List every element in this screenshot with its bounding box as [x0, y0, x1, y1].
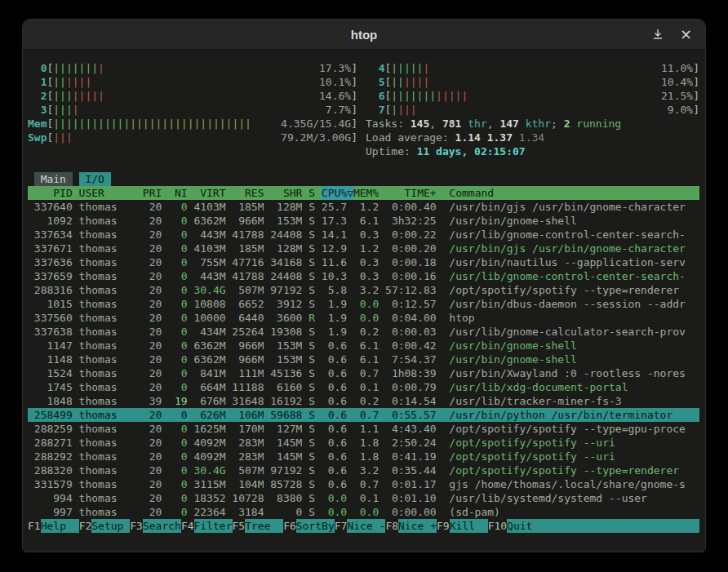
cell-pri: 20 — [143, 477, 162, 491]
process-row[interactable]: 337671thomas2004103M185M128MS12.91.20:00… — [28, 242, 699, 255]
cell-res: 111M — [232, 366, 264, 380]
meter-value: 10.4% — [661, 75, 693, 89]
cell-cpu: 0.6 — [322, 422, 347, 436]
meter-bracket-close: ] — [693, 103, 699, 117]
cell-pid: 288320 — [28, 463, 73, 477]
meter-bracket-close: ] — [351, 117, 357, 131]
cell-mem: 1.2 — [353, 242, 379, 255]
cell-res: 25264 — [232, 325, 264, 339]
cell-mem: 6.1 — [353, 339, 379, 353]
process-row[interactable]: 288292thomas2004092M283M145MS0.61.80:41.… — [28, 450, 699, 463]
cell-time: 0:55.57 — [385, 408, 437, 422]
meter-bar-area: ||||||10.1% — [53, 75, 351, 89]
cell-cmd: /usr/lib/systemd/systemd --user — [449, 491, 699, 505]
close-icon[interactable]: × — [680, 27, 692, 42]
fnkey-f10[interactable]: F10Quit — [488, 519, 545, 533]
cell-shr: 6160 — [270, 380, 302, 394]
column-header-cmd[interactable]: Command — [449, 186, 699, 200]
process-row[interactable]: 258499thomas200626M106M59688S0.60.70:55.… — [28, 408, 699, 422]
cell-user: thomas — [79, 408, 136, 422]
cell-virt: 10000 — [193, 311, 225, 325]
fnkey-label: Kill — [450, 519, 488, 533]
function-key-bar: F1Help F2Setup F3SearchF4FilterF5Tree F6… — [28, 519, 699, 533]
process-row[interactable]: 1147thomas2006362M966M153MS0.66.10:00.42… — [28, 339, 699, 353]
fnkey-f4[interactable]: F4Filter — [181, 519, 233, 533]
process-row[interactable]: 337640thomas2004103M185M128MS25.71.20:00… — [28, 200, 699, 214]
process-row[interactable]: 337560thomas2001000064403600R1.90.00:04.… — [28, 311, 699, 325]
window-title: htop — [351, 28, 377, 42]
fnkey-f6[interactable]: F6SortBy — [283, 519, 335, 533]
process-row[interactable]: 288259thomas2001625M170M127MS0.61.14:43.… — [28, 422, 699, 436]
cell-shr: 97192 — [270, 463, 302, 477]
cell-cmd: /usr/bin/python /usr/bin/terminator — [449, 408, 699, 422]
process-row[interactable]: 337636thomas200755M4771634168S11.60.30:0… — [28, 255, 699, 269]
load-average-segment: 1.14 — [455, 131, 487, 144]
process-row[interactable]: 1524thomas200841M111M45136S0.60.71h08:39… — [28, 366, 699, 380]
cell-ni: 0 — [168, 325, 187, 339]
fnkey-f8[interactable]: F8Nice + — [385, 519, 437, 533]
cell-ni: 0 — [168, 283, 187, 297]
process-row[interactable]: 337659thomas200443M4178824408S10.30.30:0… — [28, 269, 699, 283]
fnkey-f9[interactable]: F9Kill — [437, 519, 488, 533]
cell-pri: 20 — [143, 491, 162, 505]
column-header-user[interactable]: USER — [79, 186, 136, 200]
cell-mem: 0.2 — [353, 325, 379, 339]
download-icon[interactable] — [652, 29, 664, 40]
process-row[interactable]: 337638thomas200434M2526419308S1.90.20:00… — [28, 325, 699, 339]
process-row[interactable]: 288316thomas20030.4G507M97192S5.83.257:1… — [28, 283, 699, 297]
cell-virt: 1625M — [193, 422, 225, 436]
column-header-shr[interactable]: SHR — [270, 186, 302, 200]
process-row[interactable]: 288320thomas20030.4G507M97192S0.63.20:35… — [28, 463, 699, 477]
cell-virt: 4092M — [193, 450, 225, 463]
desktop-background: htop × 0[||||||||17.3%]1[||||||10.1%]2[|… — [0, 0, 728, 572]
cell-res: 185M — [232, 200, 264, 214]
cell-virt: 6362M — [193, 214, 225, 228]
table-header: PIDUSERPRINIVIRTRESSHRSCPU%▽MEM%TIME+Com… — [28, 186, 699, 200]
cell-res: 185M — [232, 242, 264, 255]
cell-user: thomas — [79, 311, 136, 325]
process-row[interactable]: 1092thomas2006362M966M153MS17.36.13h32:2… — [28, 214, 699, 228]
process-row[interactable]: 1015thomas2001080866523912S1.90.00:12.57… — [28, 297, 699, 311]
cell-virt: 664M — [193, 380, 225, 394]
process-row[interactable]: 1848thomas3919676M3164816192S0.60.20:14.… — [28, 394, 699, 408]
cell-pid: 337634 — [28, 228, 73, 242]
column-header-res[interactable]: RES — [232, 186, 264, 200]
fnkey-f2[interactable]: F2Setup — [79, 519, 131, 533]
process-row[interactable]: 997thomas2002236431840S0.00.00:00.00(sd-… — [28, 505, 699, 519]
column-header-ni[interactable]: NI — [168, 186, 187, 200]
cell-virt: 6362M — [193, 353, 225, 366]
fnkey-f1[interactable]: F1Help — [28, 519, 79, 533]
process-row[interactable]: 994thomas20018352107288380S0.00.10:01.10… — [28, 491, 699, 505]
fnkey-name: F5 — [233, 519, 246, 533]
process-row[interactable]: 1148thomas2006362M966M153MS0.66.17:54.37… — [28, 353, 699, 366]
meter-bar-area: ||||||||||||21.5% — [391, 89, 693, 103]
fnkey-f7[interactable]: F7Nice - — [335, 519, 386, 533]
column-header-time[interactable]: TIME+ — [385, 186, 437, 200]
tab-io[interactable]: I/O — [79, 172, 111, 186]
cell-mem: 0.0 — [353, 311, 379, 325]
column-header-pid[interactable]: PID — [28, 186, 73, 200]
process-row[interactable]: 1745thomas200664M111886160S0.60.10:00.79… — [28, 380, 699, 394]
titlebar[interactable]: htop × — [23, 20, 705, 50]
column-header-pri[interactable]: PRI — [143, 186, 162, 200]
column-header-s[interactable]: S — [309, 186, 315, 200]
cell-pri: 20 — [143, 269, 162, 283]
cell-user: thomas — [79, 228, 136, 242]
process-row[interactable]: 288271thomas2004092M283M145MS0.61.82:50.… — [28, 436, 699, 450]
meter-bar-segment: ||||| — [436, 89, 468, 103]
column-header-mem[interactable]: MEM% — [353, 186, 379, 200]
tab-main[interactable]: Main — [34, 172, 73, 186]
cell-cpu: 0.6 — [322, 477, 347, 491]
column-header-virt[interactable]: VIRT — [193, 186, 225, 200]
fnkey-f3[interactable]: F3Search — [130, 519, 181, 533]
meter-bracket-close: ] — [351, 75, 357, 89]
cell-res: 507M — [232, 283, 264, 297]
fnkey-f5[interactable]: F5Tree — [233, 519, 284, 533]
uptime-segment: Uptime: — [366, 145, 417, 157]
cell-pid: 1092 — [28, 214, 73, 228]
column-header-cpu[interactable]: CPU%▽ — [322, 186, 353, 200]
cell-ni: 0 — [168, 408, 187, 422]
process-row[interactable]: 331579thomas2003115M104M85728S0.60.70:01… — [28, 477, 699, 491]
cell-cpu: 17.3 — [322, 214, 347, 228]
process-row[interactable]: 337634thomas200443M4178824408S14.10.30:0… — [28, 228, 699, 242]
